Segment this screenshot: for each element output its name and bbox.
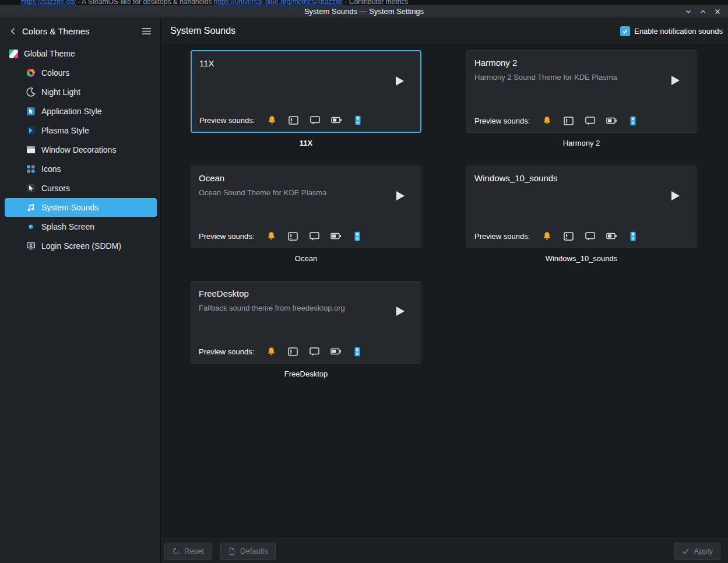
preview-sounds-row: Preview sounds: <box>474 231 638 241</box>
minimize-button[interactable] <box>684 7 693 16</box>
preview-sounds-label: Preview sounds: <box>199 116 255 125</box>
battery-icon[interactable] <box>606 231 617 241</box>
preview-sounds-label: Preview sounds: <box>474 117 530 125</box>
sidebar-title: Colors & Themes <box>22 26 138 36</box>
preview-sounds-label: Preview sounds: <box>474 232 530 241</box>
enable-notification-sounds-row[interactable]: Enable notification sounds <box>620 26 723 36</box>
sidebar-item-window-decorations[interactable]: Window Decorations <box>5 140 157 159</box>
preview-sounds-row: Preview sounds: <box>199 231 363 241</box>
sidebar-item-plasma-style[interactable]: Plasma Style <box>5 121 157 140</box>
dialog-warning-icon[interactable] <box>563 231 574 241</box>
application-style-icon <box>26 106 36 117</box>
card-caption-windows-10-sounds[interactable]: Windows_10_sounds <box>466 254 697 263</box>
message-icon[interactable] <box>309 231 319 241</box>
device-notifier-icon[interactable] <box>628 115 638 126</box>
global-theme-icon <box>8 48 19 59</box>
preview-sounds-label: Preview sounds: <box>199 347 254 356</box>
sidebar-item-label: Colours <box>41 68 69 78</box>
play-button[interactable] <box>395 76 405 87</box>
message-icon[interactable] <box>585 231 595 241</box>
dialog-warning-icon[interactable] <box>288 115 298 125</box>
sidebar-item-label: Window Decorations <box>41 145 116 154</box>
login-screen-icon <box>26 241 36 251</box>
night-light-icon <box>26 87 36 97</box>
system-sounds-icon <box>26 202 36 213</box>
sidebar-item-application-style[interactable]: Application Style <box>5 102 157 121</box>
bell-icon[interactable] <box>541 231 552 241</box>
sidebar-item-label: Plasma Style <box>41 126 89 135</box>
maximize-button[interactable] <box>698 7 708 16</box>
card-caption-ocean[interactable]: Ocean <box>191 254 421 263</box>
sidebar-item-label: Night Light <box>41 87 80 97</box>
preview-sounds-label: Preview sounds: <box>199 232 254 241</box>
play-button[interactable] <box>670 191 681 202</box>
card-caption-11x[interactable]: 11X <box>191 139 421 147</box>
apply-button[interactable]: Apply <box>674 543 720 560</box>
icons-icon <box>26 164 36 174</box>
device-notifier-icon[interactable] <box>628 231 638 241</box>
sound-theme-card-windows-10-sounds[interactable]: Windows_10_sounds Preview sounds: <box>466 166 697 248</box>
bell-icon[interactable] <box>541 115 552 126</box>
window-controls <box>684 5 722 18</box>
splash-screen-icon <box>26 221 36 232</box>
bell-icon[interactable] <box>266 231 276 241</box>
sidebar-item-label: Splash Screen <box>41 222 94 231</box>
notification-sounds-checkbox-label[interactable]: Enable notification sounds <box>634 27 723 36</box>
play-button[interactable] <box>395 191 406 202</box>
defaults-button[interactable]: Defaults <box>220 543 276 560</box>
message-icon[interactable] <box>585 115 595 126</box>
notification-sounds-checkbox[interactable] <box>620 26 630 36</box>
window-titlebar[interactable]: System Sounds — System Settings <box>0 5 728 18</box>
sidebar-item-cursors[interactable]: Cursors <box>5 179 157 198</box>
sound-theme-card-harmony-2[interactable]: Harmony 2 Harmony 2 Sound Theme for KDE … <box>466 50 697 133</box>
sound-theme-card-freedesktop[interactable]: FreeDesktop Fallback sound theme from fr… <box>191 281 421 364</box>
dialog-warning-icon[interactable] <box>287 346 298 357</box>
reset-button[interactable]: Reset <box>164 543 212 560</box>
device-notifier-icon[interactable] <box>352 346 363 357</box>
sidebar-header: Colors & Themes <box>0 18 160 44</box>
sidebar-item-global-theme[interactable]: Global Theme <box>5 44 157 63</box>
sidebar-item-colours[interactable]: Colours <box>5 64 157 82</box>
card-title: Ocean <box>199 173 224 183</box>
card-title: 11X <box>199 58 214 68</box>
play-button[interactable] <box>395 306 406 318</box>
card-caption-harmony-2[interactable]: Harmony 2 <box>466 139 697 147</box>
bell-icon[interactable] <box>266 115 277 125</box>
reset-icon <box>172 547 180 555</box>
dialog-warning-icon[interactable] <box>287 231 298 241</box>
back-button[interactable] <box>5 23 21 39</box>
sidebar-item-system-sounds[interactable]: System Sounds <box>5 198 157 217</box>
card-description: Harmony 2 Sound Theme for KDE Plasma <box>474 73 617 82</box>
bell-icon[interactable] <box>266 346 276 357</box>
sidebar-item-splash-screen[interactable]: Splash Screen <box>5 217 157 236</box>
card-title: FreeDesktop <box>199 288 249 298</box>
battery-icon[interactable] <box>331 115 342 125</box>
card-caption-freedesktop[interactable]: FreeDesktop <box>191 370 421 378</box>
close-button[interactable] <box>713 7 722 16</box>
battery-icon[interactable] <box>606 115 617 126</box>
device-notifier-icon[interactable] <box>352 231 363 241</box>
device-notifier-icon[interactable] <box>353 115 363 125</box>
message-icon[interactable] <box>309 346 319 357</box>
preview-sounds-row: Preview sounds: <box>199 115 363 125</box>
dialog-warning-icon[interactable] <box>563 115 574 126</box>
card-title: Windows_10_sounds <box>474 173 558 183</box>
sidebar-item-night-light[interactable]: Night Light <box>5 83 157 101</box>
defaults-icon <box>228 547 236 555</box>
battery-icon[interactable] <box>330 346 341 357</box>
background-link-bazzite: https://bazzite.gg/ <box>21 0 76 5</box>
message-icon[interactable] <box>310 115 320 125</box>
sidebar: Colors & Themes Global Theme Colours Nig… <box>0 18 160 563</box>
window-decorations-icon <box>26 145 36 155</box>
card-description: Fallback sound theme from freedesktop.or… <box>199 304 345 312</box>
battery-icon[interactable] <box>330 231 341 241</box>
background-browser-text: https://bazzite.gg/ - A SteamOS-like for… <box>21 0 408 5</box>
sidebar-item-icons[interactable]: Icons <box>5 160 157 178</box>
sound-theme-card-11x[interactable]: 11X Preview sounds: <box>191 50 421 133</box>
card-title: Harmony 2 <box>474 58 517 68</box>
play-button[interactable] <box>670 75 681 87</box>
sidebar-item-login-screen[interactable]: Login Screen (SDDM) <box>5 237 157 255</box>
sound-theme-card-ocean[interactable]: Ocean Ocean Sound Theme for KDE Plasma P… <box>191 166 421 248</box>
hamburger-menu-button[interactable] <box>138 23 154 39</box>
sidebar-item-label: Cursors <box>41 184 70 193</box>
